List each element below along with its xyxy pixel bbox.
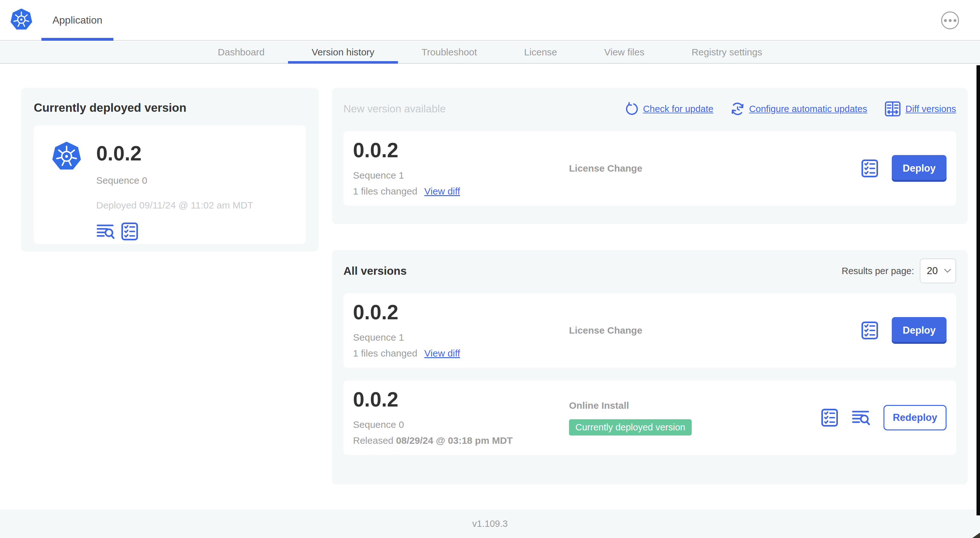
- tab-troubleshoot-label: Troubleshoot: [422, 47, 477, 58]
- version-row: 0.0.2 Sequence 0 Released 08/29/24 @ 03:…: [344, 381, 956, 455]
- tab-troubleshoot[interactable]: Troubleshoot: [398, 41, 501, 63]
- all-versions-header: All versions Results per page: 20: [344, 261, 956, 281]
- released-timestamp: Released 08/29/24 @ 03:18 pm MDT: [353, 435, 569, 446]
- preflight-checks-button[interactable]: [121, 222, 138, 241]
- update-actions: Check for update Configure automatic upd…: [625, 101, 956, 117]
- version-number: 0.0.2: [353, 302, 569, 322]
- kubernetes-logo: [10, 8, 33, 32]
- app-tab-active-underline: [41, 38, 113, 41]
- preflight-checks-button[interactable]: [821, 408, 838, 427]
- scheduled-refresh-icon: [730, 102, 745, 116]
- preflight-checks-button[interactable]: [861, 321, 878, 340]
- refresh-icon: [625, 102, 638, 116]
- version-number: 0.0.2: [353, 140, 569, 160]
- more-menu-button[interactable]: [941, 11, 959, 29]
- version-info: 0.0.2 Sequence 1 1 files changed View di…: [353, 302, 569, 359]
- preflight-checklist-icon: [121, 222, 138, 241]
- tab-registry-settings[interactable]: Registry settings: [668, 41, 786, 63]
- release-type: Online Install: [569, 400, 821, 411]
- preflight-checks-button[interactable]: [861, 159, 878, 178]
- kubernetes-logo: [51, 141, 82, 173]
- tab-version-history[interactable]: Version history: [288, 41, 398, 63]
- preflight-checklist-icon: [861, 321, 878, 340]
- tab-version-history-label: Version history: [312, 47, 374, 58]
- tab-license[interactable]: License: [501, 41, 581, 63]
- row-actions: Redeploy: [821, 405, 947, 430]
- preflight-checklist-icon: [861, 159, 878, 178]
- deploy-button[interactable]: Deploy: [892, 155, 947, 182]
- released-date: 08/29/24 @ 03:18 pm MDT: [396, 435, 512, 446]
- new-version-row: 0.0.2 Sequence 1 1 files changed View di…: [344, 131, 956, 206]
- files-changed: 1 files changed: [353, 348, 417, 359]
- version-sequence: Sequence 1: [353, 170, 569, 181]
- version-info: 0.0.2 Sequence 1 1 files changed View di…: [353, 140, 569, 197]
- preflight-checklist-icon: [821, 408, 838, 427]
- version-row: 0.0.2 Sequence 1 1 files changed View di…: [344, 293, 956, 368]
- deployed-timestamp: Deployed 09/11/24 @ 11:02 am MDT: [96, 200, 253, 211]
- row-actions: Deploy: [861, 155, 947, 182]
- tab-license-label: License: [524, 47, 557, 58]
- diff-versions-link[interactable]: Diff versions: [885, 101, 956, 117]
- version-logs-button[interactable]: [852, 409, 870, 427]
- ellipsis-icon: [944, 19, 956, 22]
- version-number: 0.0.2: [353, 389, 569, 410]
- version-logs-icon: [852, 409, 870, 427]
- currently-deployed-badge: Currently deployed version: [569, 419, 692, 435]
- new-version-panel: New version available Check for update C…: [332, 88, 967, 224]
- right-edge-artifact: [977, 65, 980, 516]
- release-type: License Change: [569, 325, 861, 336]
- version-sequence: Sequence 1: [353, 332, 569, 343]
- redeploy-button[interactable]: Redeploy: [883, 405, 947, 430]
- tab-registry-settings-label: Registry settings: [692, 47, 762, 58]
- check-for-update-link[interactable]: Check for update: [625, 102, 713, 116]
- console-version: v1.109.3: [472, 519, 508, 529]
- tab-dashboard[interactable]: Dashboard: [194, 41, 288, 63]
- currently-deployed-title: Currently deployed version: [34, 101, 306, 114]
- view-diff-link[interactable]: View diff: [424, 186, 460, 197]
- all-versions-title: All versions: [344, 265, 407, 277]
- tab-view-files[interactable]: View files: [581, 41, 668, 63]
- deployed-sequence: Sequence 0: [96, 175, 253, 186]
- chevron-down-icon: [944, 269, 951, 273]
- check-for-update-label: Check for update: [643, 104, 713, 114]
- all-versions-panel: All versions Results per page: 20 0.0.2 …: [332, 250, 967, 484]
- files-changed: 1 files changed: [353, 186, 417, 197]
- app-subnav: Dashboard Version history Troubleshoot L…: [0, 41, 980, 63]
- configure-automatic-updates-link[interactable]: Configure automatic updates: [730, 102, 867, 116]
- results-per-page-label: Results per page:: [842, 266, 914, 276]
- cursor-artifact: [972, 533, 980, 538]
- version-info: 0.0.2 Sequence 0 Released 08/29/24 @ 03:…: [353, 389, 569, 446]
- tab-view-files-label: View files: [605, 47, 644, 58]
- currently-deployed-meta: 0.0.2 Sequence 0 Deployed 09/11/24 @ 11:…: [96, 140, 253, 231]
- deployed-version-number: 0.0.2: [96, 143, 253, 163]
- tab-dashboard-label: Dashboard: [218, 47, 265, 58]
- app-tab-label: Application: [52, 14, 103, 26]
- new-version-header: New version available Check for update C…: [344, 99, 956, 118]
- view-diff-link[interactable]: View diff: [424, 348, 460, 359]
- new-version-title: New version available: [344, 103, 446, 115]
- version-logs-icon: [96, 222, 115, 240]
- release-type: License Change: [569, 163, 861, 174]
- app-header: Application: [0, 0, 980, 41]
- results-per-page: Results per page: 20: [842, 259, 956, 283]
- diff-versions-label: Diff versions: [905, 104, 956, 114]
- results-per-page-select[interactable]: 20: [920, 259, 956, 283]
- currently-deployed-panel: Currently deployed version 0.0.2: [21, 88, 318, 251]
- diff-versions-icon: [885, 101, 901, 117]
- deploy-button[interactable]: Deploy: [892, 317, 947, 344]
- version-sequence: Sequence 0: [353, 419, 569, 430]
- row-actions: Deploy: [861, 317, 947, 344]
- currently-deployed-card: 0.0.2 Sequence 0 Deployed 09/11/24 @ 11:…: [34, 125, 306, 244]
- released-label: Released: [353, 435, 393, 446]
- version-logs-button[interactable]: [96, 222, 115, 240]
- results-per-page-value: 20: [927, 265, 938, 277]
- deployed-actions: [96, 222, 253, 241]
- app-footer: v1.109.3: [0, 509, 980, 538]
- app-tab-application[interactable]: Application: [41, 0, 113, 40]
- configure-automatic-updates-label: Configure automatic updates: [749, 104, 867, 114]
- release-status: Online Install Currently deployed versio…: [569, 400, 821, 435]
